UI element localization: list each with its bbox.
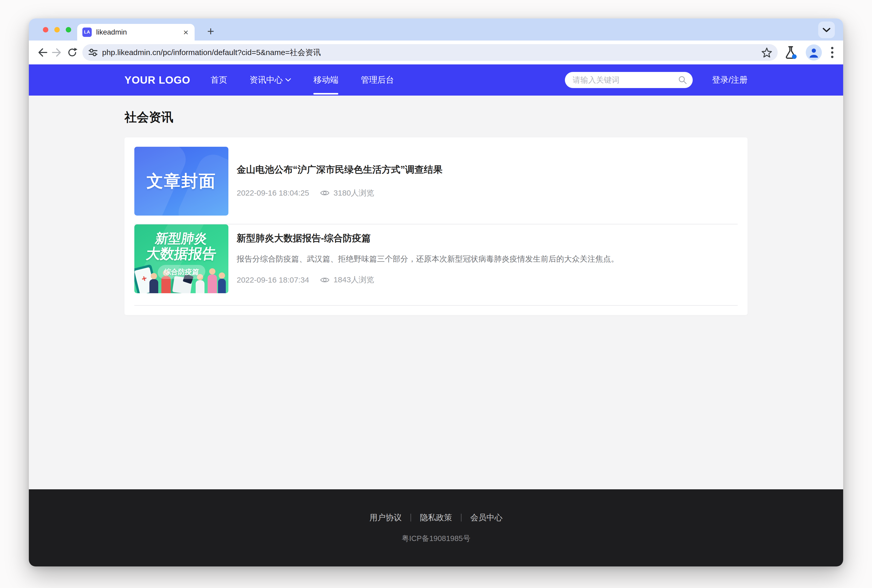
menu-item-label: 管理后台	[361, 74, 394, 86]
article-row[interactable]: 文章封面 金山电池公布“沪广深市民绿色生活方式”调查结果 2022-09-16 …	[134, 147, 738, 216]
site-logo[interactable]: YOUR LOGO	[125, 74, 190, 86]
article-body: 金山电池公布“沪广深市民绿色生活方式”调查结果 2022-09-16 18:04…	[237, 147, 738, 216]
close-window-button[interactable]	[43, 27, 48, 33]
chevron-down-icon	[285, 78, 291, 82]
article-list-card: 文章封面 金山电池公布“沪广深市民绿色生活方式”调查结果 2022-09-16 …	[125, 137, 747, 315]
menu-item-mobile[interactable]: 移动端	[314, 72, 338, 88]
cover-caption: 新型肺炎 大数据报告 综合防疫篇	[134, 224, 228, 293]
toolbar-actions	[785, 44, 835, 60]
article-description: 报告分综合防疫篇、武汉篇、拒绝野味篇三个部分，还原本次新型冠状病毒肺炎疫情发生前…	[237, 253, 738, 265]
site-settings-tune-icon	[89, 49, 98, 56]
desktop-background: LA likeadmin × +	[0, 0, 872, 588]
browser-tab-strip: LA likeadmin × +	[29, 18, 843, 40]
article-title[interactable]: 金山电池公布“沪广深市民绿色生活方式”调查结果	[237, 164, 738, 175]
article-cover-image[interactable]: 文章封面	[134, 147, 228, 216]
tab-search-chevron-button[interactable]	[818, 21, 835, 38]
article-divider	[134, 305, 738, 306]
menu-item-admin[interactable]: 管理后台	[361, 72, 394, 88]
article-meta: 2022-09-16 18:04:25 3180人浏览	[237, 188, 738, 198]
chevron-down-icon	[822, 27, 830, 32]
icp-registration: 粤ICP备19081985号	[402, 534, 470, 544]
minimize-window-button[interactable]	[54, 27, 60, 33]
back-button[interactable]	[35, 45, 50, 60]
back-arrow-icon	[37, 48, 47, 57]
article-row[interactable]: + 新型肺炎 大数据报告	[134, 224, 738, 293]
cover-badge: 综合防疫篇	[157, 265, 206, 279]
article-meta: 2022-09-16 18:07:34 1843人浏览	[237, 274, 738, 285]
article-date: 2022-09-16 18:07:34	[237, 276, 309, 284]
new-tab-button[interactable]: +	[203, 24, 218, 39]
forward-button[interactable]	[50, 45, 65, 60]
cover-line1: 新型肺炎	[155, 231, 209, 246]
forward-arrow-icon	[52, 48, 62, 57]
kebab-menu-icon[interactable]	[831, 46, 834, 58]
profile-avatar[interactable]	[806, 44, 822, 60]
search-input[interactable]	[565, 76, 693, 84]
cover-line2: 大数据报告	[145, 246, 218, 261]
menu-item-home[interactable]: 首页	[210, 72, 227, 88]
maximize-window-button[interactable]	[66, 27, 71, 33]
site-navbar: YOUR LOGO 首页 资讯中心 移动端	[29, 64, 843, 96]
article-views: 1843人浏览	[334, 274, 374, 285]
browser-window: LA likeadmin × +	[29, 18, 843, 567]
article-date: 2022-09-16 18:04:25	[237, 189, 309, 197]
site-footer: 用户协议 隐私政策 会员中心 粤ICP备19081985号	[29, 489, 843, 567]
active-tab-underline	[314, 93, 338, 94]
tab-title: likeadmin	[96, 28, 182, 36]
footer-link-user-agreement[interactable]: 用户协议	[368, 512, 404, 523]
footer-links: 用户协议 隐私政策 会员中心	[368, 512, 504, 523]
site-favicon: LA	[83, 27, 92, 37]
experiments-flask-icon[interactable]	[785, 46, 797, 59]
footer-link-privacy-policy[interactable]: 隐私政策	[418, 512, 454, 523]
article-views: 3180人浏览	[334, 188, 374, 198]
login-register-link[interactable]: 登录/注册	[712, 74, 747, 86]
menu-item-label: 资讯中心	[249, 74, 283, 86]
window-controls	[43, 27, 71, 33]
eye-icon	[320, 190, 329, 196]
search-icon[interactable]	[678, 76, 687, 84]
page-title: 社会资讯	[125, 109, 747, 126]
article-cover-image[interactable]: + 新型肺炎 大数据报告	[134, 224, 228, 293]
reload-icon	[67, 47, 77, 58]
browser-toolbar	[29, 40, 843, 64]
person-icon	[809, 47, 819, 58]
url-input[interactable]	[102, 48, 762, 57]
reload-button[interactable]	[65, 45, 80, 60]
menu-item-news-center[interactable]: 资讯中心	[249, 72, 291, 88]
eye-icon	[320, 277, 329, 284]
cover-caption: 文章封面	[134, 147, 228, 216]
article-title[interactable]: 新型肺炎大数据报告-综合防疫篇	[237, 232, 738, 244]
tab-close-icon[interactable]: ×	[182, 28, 189, 37]
menu-item-label: 首页	[210, 74, 227, 86]
site-search	[565, 72, 693, 88]
footer-link-member-center[interactable]: 会员中心	[468, 512, 504, 523]
menu-item-label: 移动端	[314, 74, 338, 86]
bookmark-star-icon[interactable]	[762, 48, 772, 57]
footer-divider	[461, 514, 461, 522]
browser-tab[interactable]: LA likeadmin ×	[77, 24, 195, 40]
main-menu: 首页 资讯中心 移动端 管理后台	[210, 72, 394, 88]
article-body: 新型肺炎大数据报告-综合防疫篇 报告分综合防疫篇、武汉篇、拒绝野味篇三个部分，还…	[237, 224, 738, 293]
page-content: 社会资讯 文章封面 金山电池公布“沪广深市民绿色生活方式”调查结果 2022-0…	[29, 96, 843, 489]
address-bar[interactable]	[83, 44, 778, 61]
footer-divider	[411, 514, 411, 522]
